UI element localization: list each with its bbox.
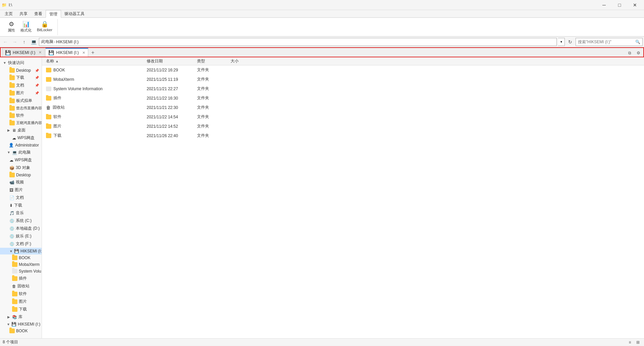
table-row[interactable]: BOOK 2021/11/22 16:29 文件夹 [42,65,644,75]
dl-icon: ⬇ [9,203,13,208]
folder-icon-dl [46,133,51,138]
quick-access-header[interactable]: ▼ 快速访问 [0,59,42,67]
table-row[interactable]: 下载 2021/11/26 22:40 文件夹 [42,131,644,140]
search-input[interactable] [578,40,635,44]
sidebar-item-wps2[interactable]: ☁ WPS网盘 [0,156,42,164]
thispc-collapse[interactable]: ▼ [7,151,11,155]
sidebar-item-book[interactable]: BOOK [0,254,42,261]
quick-access-collapse[interactable]: ▼ [3,61,7,65]
docs2-icon: 📄 [9,195,14,200]
sidebar-item-imgfolder[interactable]: 图片 [0,298,42,305]
sidebar-item-thispc[interactable]: ▼ 💻 此电脑 [0,149,42,156]
book2-label: BOOK [16,329,28,333]
tab-drivetools[interactable]: 驱动器工具 [61,10,88,17]
col-name-header[interactable]: 名称 ▲ [43,58,144,64]
sidebar-item-edrive[interactable]: 💿 娱乐 (E:) [0,232,42,240]
file-tab-1[interactable]: 💾 HIKSEMI (I:) ✕ [2,48,45,57]
desktop-collapse[interactable]: ▶ [7,128,11,132]
desktop3-label: Desktop [16,173,31,177]
search-icon[interactable]: 🔍 [635,40,640,44]
sidebar-item-mobaterm[interactable]: MobaXterm [0,261,42,268]
list-view-button[interactable]: ≡ [627,339,633,345]
sidebar-item-download[interactable]: 下载 📌 [0,74,42,81]
tab-share[interactable]: 共享 [16,10,31,17]
title-bar: 📁 I:\ ─ □ ✕ [0,0,644,10]
sidebar-item-dl2[interactable]: 下载 [0,305,42,313]
file-name-dl: 下载 [43,133,144,138]
sidebar-item-sysvol[interactable]: System Volu... [0,268,42,275]
refresh-button[interactable]: ↻ [566,38,574,46]
tab-restore-button[interactable]: ⧉ [626,49,633,57]
file-type-dl: 文件夹 [194,133,228,138]
sidebar-item-recycle[interactable]: 🗑 固收站 [0,282,42,290]
detail-view-button[interactable]: ⊞ [635,339,641,345]
sidebar-item-desktop3[interactable]: Desktop [0,172,42,178]
sidebar-item-dl[interactable]: ⬇ 下载 [0,201,42,209]
sidebar-item-software[interactable]: 软件 [0,112,42,119]
docs2-label: 文档 [16,195,24,200]
file-tab-2[interactable]: 💾 HIKSEMI (I:) ✕ [45,48,88,57]
properties-button[interactable]: ⚙ 属性 [5,20,17,34]
sidebar-item-admin[interactable]: 👤 Administrator [0,142,42,149]
format-button[interactable]: 📊 格式化 [18,20,34,34]
sidebar-download-label: 下载 [16,75,24,80]
sidebar-item-docs2[interactable]: 📄 文档 [0,194,42,201]
sidebar-item-wangplay[interactable]: 王晓鸿直播内容 [0,119,42,126]
tab-main[interactable]: 主页 [1,10,16,17]
col-size-header[interactable]: 大小 [228,58,255,64]
tab-settings-button[interactable]: ⚙ [635,49,642,57]
table-row[interactable]: 软件 2021/11/22 14:54 文件夹 [42,112,644,122]
maximize-button[interactable]: □ [612,0,627,10]
col-type-header[interactable]: 类型 [194,58,228,64]
table-row[interactable]: 🗑 固收站 2021/11/21 22:30 文件夹 [42,103,644,112]
breadcrumb-hiksemi[interactable]: HIKSEMI (I:) [56,40,79,44]
minimize-button[interactable]: ─ [596,0,612,10]
sidebar-item-library[interactable]: ▶ 📚 库 [0,313,42,321]
hiksemi-collapse[interactable]: ▼ [9,249,13,253]
table-row[interactable]: MobaXterm 2021/11/25 11:19 文件夹 [42,75,644,84]
sidebar-item-pics[interactable]: 🖼 图片 [0,186,42,194]
sidebar-item-fdrive[interactable]: 💿 文档 (F:) [0,240,42,248]
sidebar-item-docs[interactable]: 文档 📌 [0,81,42,89]
sidebar-item-bsnidan[interactable]: 板式拟单 [0,97,42,105]
address-dropdown[interactable]: ▾ [558,38,565,46]
up-button[interactable]: ↑ [20,38,28,46]
sidebar-item-cdrive[interactable]: 💿 系统 (C:) [0,217,42,225]
sidebar-item-desktop[interactable]: Desktop 📌 [0,67,42,74]
computer-nav-button[interactable]: 💻 [30,38,38,46]
sidebar-item-3d[interactable]: 📦 3D 对象 [0,164,42,172]
col-date-header[interactable]: 修改日期 [144,58,194,64]
sidebar-item-hiksemi2[interactable]: ▼ 💾 HIKSEMI (I:) [0,321,42,328]
table-row[interactable]: System Volume Information 2021/11/21 22:… [42,84,644,94]
sidebar-item-pictures[interactable]: 图片 📌 [0,89,42,97]
file-type-plugin: 文件夹 [194,95,228,101]
add-tab-button[interactable]: + [89,49,97,57]
library-collapse[interactable]: ▶ [7,315,11,319]
bitlocker-button[interactable]: 🔒 BitLocker [35,20,55,34]
breadcrumb-computer[interactable]: 此电脑 [41,39,53,45]
book-label: BOOK [19,255,31,260]
sidebar-item-soft[interactable]: 软件 [0,290,42,298]
sidebar-software-label: 软件 [16,113,24,118]
table-row[interactable]: 图片 2021/11/22 14:52 文件夹 [42,122,644,131]
hiksemi2-collapse[interactable]: ▼ [7,322,10,326]
file-tab-1-close[interactable]: ✕ [39,50,42,55]
file-tab-2-close[interactable]: ✕ [82,51,85,55]
address-path[interactable]: 此电脑 › HIKSEMI (I:) [39,38,557,46]
back-button[interactable]: ← [1,38,9,46]
sidebar-item-video[interactable]: 📹 视频 [0,178,42,186]
tab-manage[interactable]: 管理 [46,10,61,18]
sidebar-item-hiksemi[interactable]: ▼ 💾 HIKSEMI (I:) [0,248,42,254]
sidebar-item-music[interactable]: 🎵 音乐 [0,209,42,217]
sidebar-item-ddrive[interactable]: 💿 本地磁盘 (D:) [0,225,42,232]
sidebar-item-desktop2[interactable]: ▶ 🖥 桌面 [0,126,42,134]
table-row[interactable]: 插件 2021/11/22 16:30 文件夹 [42,94,644,103]
sidebar-item-wpscloud[interactable]: ☁ WPS网盘 [0,134,42,142]
close-button[interactable]: ✕ [627,0,643,10]
sidebar-item-book2[interactable]: BOOK [0,328,42,334]
sidebar-item-zengzhiboplay[interactable]: 曾志伟直播内容 [0,105,42,112]
file-name-mobaterm: MobaXterm [43,77,144,82]
tab-view[interactable]: 查看 [31,10,46,17]
forward-button[interactable]: → [11,38,19,46]
sidebar-item-plugin[interactable]: 插件 [0,275,42,282]
